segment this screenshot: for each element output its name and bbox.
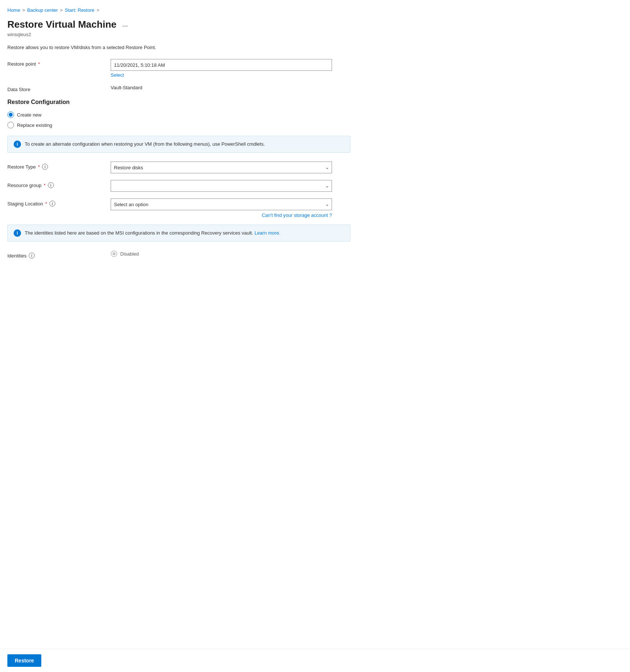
restore-type-dropdown[interactable]: Restore disks Create virtual machine Rep… <box>111 162 332 173</box>
breadcrumb-sep-3: > <box>97 8 99 13</box>
identities-info-icon: i <box>29 253 35 259</box>
required-star-resource-group: * <box>44 183 46 188</box>
info-banner-identities-text: The identities listed here are based on … <box>25 229 280 237</box>
info-icon-powershell: i <box>14 141 21 148</box>
restore-type-row: Restore Type * i Restore disks Create vi… <box>7 162 350 173</box>
breadcrumb-home[interactable]: Home <box>7 7 20 13</box>
restore-config-title: Restore Configuration <box>7 99 350 105</box>
staging-location-label: Staging Location * i <box>7 198 111 207</box>
page-subtitle: winsqleus2 <box>7 32 350 37</box>
required-star-restore-point: * <box>38 61 40 67</box>
info-banner-powershell: i To create an alternate configuration w… <box>7 136 350 153</box>
breadcrumb: Home > Backup center > Start: Restore > <box>7 7 350 13</box>
required-star-restore-type: * <box>38 164 40 170</box>
resource-group-row: Resource group * i ⌄ <box>7 180 350 192</box>
restore-point-value-container: Select <box>111 59 350 78</box>
replace-existing-option[interactable]: Replace existing <box>7 122 350 128</box>
breadcrumb-backup-center[interactable]: Backup center <box>27 7 58 13</box>
restore-point-row: Restore point * Select <box>7 59 350 78</box>
restore-point-label: Restore point * <box>7 59 111 67</box>
select-link[interactable]: Select <box>111 72 350 78</box>
restore-type-label: Restore Type * i <box>7 162 111 170</box>
staging-location-dropdown[interactable]: Select an option ⌄ <box>111 198 332 210</box>
restore-type-info-icon: i <box>42 164 48 170</box>
resource-group-dropdown-container: ⌄ <box>111 180 350 192</box>
identities-value-container: Disabled <box>111 250 350 257</box>
replace-existing-radio[interactable] <box>7 122 14 128</box>
data-store-label: Data Store <box>7 84 111 92</box>
cant-find-storage-link[interactable]: Can't find your storage account ? <box>111 212 332 218</box>
replace-existing-label: Replace existing <box>17 122 52 128</box>
restore-type-dropdown-container: Restore disks Create virtual machine Rep… <box>111 162 350 173</box>
identities-row: Identities i Disabled <box>7 250 350 259</box>
identities-radio-inner <box>112 252 115 255</box>
required-star-staging-location: * <box>45 201 47 207</box>
identities-label: Identities i <box>7 250 111 259</box>
resource-group-label: Resource group * i <box>7 180 111 188</box>
breadcrumb-sep-2: > <box>60 8 63 13</box>
resource-group-select[interactable] <box>111 180 332 192</box>
restore-point-input[interactable] <box>111 59 332 71</box>
staging-location-dropdown-container: Select an option ⌄ Can't find your stora… <box>111 198 350 218</box>
info-banner-powershell-text: To create an alternate configuration whe… <box>25 141 265 148</box>
breadcrumb-sep-1: > <box>22 8 25 13</box>
identities-radio-disabled <box>111 250 117 257</box>
create-new-label: Create new <box>17 112 41 118</box>
data-store-row: Data Store Vault-Standard <box>7 84 350 92</box>
restore-config-radio-group: Create new Replace existing <box>7 111 350 128</box>
learn-more-link[interactable]: Learn more. <box>255 230 280 236</box>
identities-value: Disabled <box>120 251 139 257</box>
info-banner-identities: i The identities listed here are based o… <box>7 225 350 242</box>
page-description: Restore allows you to restore VM/disks f… <box>7 45 350 50</box>
data-store-value: Vault-Standard <box>111 84 350 90</box>
resource-group-info-icon: i <box>48 182 54 188</box>
staging-location-select[interactable]: Select an option <box>111 198 332 210</box>
create-new-option[interactable]: Create new <box>7 111 350 118</box>
info-icon-identities: i <box>14 229 21 237</box>
staging-location-row: Staging Location * i Select an option ⌄ … <box>7 198 350 218</box>
breadcrumb-start-restore[interactable]: Start: Restore <box>65 7 94 13</box>
staging-location-info-icon: i <box>49 201 55 207</box>
ellipsis-button[interactable]: ... <box>120 20 130 29</box>
footer: Restore <box>0 649 630 672</box>
restore-button[interactable]: Restore <box>7 654 41 667</box>
resource-group-dropdown[interactable]: ⌄ <box>111 180 332 192</box>
restore-type-select[interactable]: Restore disks Create virtual machine Rep… <box>111 162 332 173</box>
create-new-radio[interactable] <box>7 111 14 118</box>
page-title: Restore Virtual Machine <box>7 19 117 30</box>
